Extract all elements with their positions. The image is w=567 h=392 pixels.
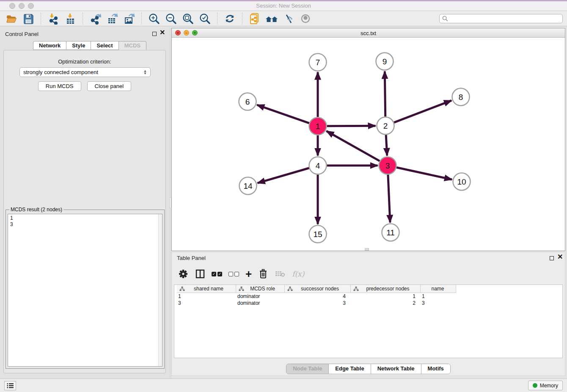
table-panel-float-button[interactable] <box>550 256 554 260</box>
gear-icon <box>178 268 189 279</box>
graph-node-9[interactable]: 9 <box>376 53 394 70</box>
result-scrollbar[interactable] <box>158 214 162 366</box>
criterion-select[interactable]: strongly connected component ▲▼ <box>19 67 151 77</box>
graph-node-14[interactable]: 14 <box>239 177 257 195</box>
table-panel-close-button[interactable]: ✕ <box>557 254 563 260</box>
graph-node-15[interactable]: 15 <box>309 226 327 243</box>
hide-graphics-details-button[interactable] <box>281 12 296 25</box>
select-all-columns-button[interactable]: ✓ ✓ <box>212 268 222 280</box>
control-panel-tabs: Network Style Select MCDS <box>33 41 146 50</box>
network-window-title: scc.txt <box>172 30 565 36</box>
show-graphics-details-button[interactable] <box>298 12 313 25</box>
memory-button[interactable]: Memory <box>528 381 563 390</box>
open-session-button[interactable] <box>4 12 19 25</box>
table-cell[interactable]: 3 <box>421 300 456 306</box>
table-cell[interactable]: 1 <box>421 293 456 300</box>
column-header-mcds-role[interactable]: MCDS role <box>236 285 285 293</box>
export-image-button[interactable] <box>122 12 136 25</box>
table-cell[interactable]: 1 <box>351 293 421 300</box>
export-network-button[interactable] <box>88 12 102 25</box>
table-row[interactable]: 1dominator411 <box>177 293 562 300</box>
zoom-selected-button[interactable] <box>198 12 212 25</box>
table-cell[interactable]: 2 <box>351 300 421 306</box>
column-header-name[interactable]: name <box>421 285 456 293</box>
new-network-file-button[interactable] <box>248 12 262 25</box>
table-cell[interactable]: 1 <box>177 293 236 300</box>
graph-node-6[interactable]: 6 <box>239 93 256 110</box>
import-table-button[interactable] <box>63 12 77 25</box>
graph-node-11[interactable]: 11 <box>382 224 399 241</box>
create-column-button[interactable]: + <box>245 268 252 280</box>
tab-edge-table[interactable]: Edge Table <box>328 364 370 374</box>
table-cell[interactable]: 4 <box>285 293 351 300</box>
refresh-button[interactable] <box>223 12 237 25</box>
column-header-predecessor-nodes[interactable]: predecessor nodes <box>351 285 421 293</box>
table-cell[interactable]: dominator <box>236 293 285 300</box>
graph-edge-1-6[interactable] <box>257 105 309 123</box>
search-input[interactable] <box>448 16 560 22</box>
table-cell[interactable]: 3 <box>285 300 351 306</box>
control-panel-title: Control Panel <box>5 31 39 37</box>
toolbar-separator <box>242 13 242 25</box>
graph-edge-2-8[interactable] <box>394 100 451 122</box>
control-panel-close-button[interactable]: ✕ <box>160 29 165 36</box>
table-cell[interactable]: 3 <box>177 300 236 306</box>
graph-edge-3-10[interactable] <box>396 168 452 179</box>
graph-node-7[interactable]: 7 <box>309 54 327 71</box>
import-network-button[interactable] <box>46 12 61 25</box>
checked-box-icon: ✓ <box>217 272 222 276</box>
graph-node-8[interactable]: 8 <box>452 88 470 106</box>
zoom-in-button[interactable] <box>147 12 161 25</box>
main-toolbar <box>0 11 567 26</box>
table-cell[interactable]: dominator <box>236 300 285 306</box>
fx-icon: f(x) <box>292 270 304 278</box>
export-table-button[interactable] <box>105 12 119 25</box>
result-line: 1 <box>10 215 160 221</box>
table-row[interactable]: 3dominator323 <box>177 300 562 306</box>
tab-node-table[interactable]: Node Table <box>286 364 328 374</box>
export-table-icon <box>106 13 118 25</box>
network-resize-handle[interactable] <box>365 248 369 251</box>
table-settings-button[interactable] <box>178 268 189 280</box>
graph-edge-2-9[interactable] <box>385 71 385 116</box>
graph-node-1[interactable]: 1 <box>309 118 327 135</box>
run-mcds-button[interactable]: Run MCDS <box>38 81 81 91</box>
column-header-successor-nodes[interactable]: successor nodes <box>285 285 351 293</box>
graph-node-3[interactable]: 3 <box>379 157 396 174</box>
tab-style[interactable]: Style <box>66 41 91 50</box>
close-panel-button[interactable]: Close panel <box>87 81 132 91</box>
table-toolbar: ✓ ✓ + <box>178 266 304 282</box>
open-folder-icon <box>6 13 17 25</box>
graph-node-10[interactable]: 10 <box>453 173 471 190</box>
control-panel-float-button[interactable] <box>152 32 157 36</box>
tab-network-table[interactable]: Network Table <box>371 364 421 374</box>
search-field[interactable] <box>439 14 563 23</box>
select-stepper-icon: ▲▼ <box>143 70 147 75</box>
toolbar-separator <box>141 13 142 25</box>
tab-select[interactable]: Select <box>91 41 118 50</box>
tab-network[interactable]: Network <box>33 41 66 50</box>
mcds-result-box[interactable]: 13 <box>8 214 162 367</box>
column-header-shared-name[interactable]: shared name <box>177 285 236 293</box>
delete-columns-button[interactable] <box>258 268 268 280</box>
graph-edge-2-3[interactable] <box>386 135 387 155</box>
graph-edge-3-1[interactable] <box>326 131 380 161</box>
memory-label: Memory <box>540 383 558 389</box>
function-builder-button-disabled: f(x) <box>292 268 304 280</box>
graph-node-2[interactable]: 2 <box>377 117 394 135</box>
tab-motifs[interactable]: Motifs <box>421 364 450 374</box>
optimization-criterion-label: Optimization criterion: <box>4 58 165 65</box>
home-button[interactable] <box>264 12 279 25</box>
tab-mcds[interactable]: MCDS <box>119 41 146 50</box>
graph-node-4[interactable]: 4 <box>309 157 327 174</box>
network-graph-canvas[interactable]: 7968124314101511 <box>172 38 565 251</box>
task-history-button[interactable] <box>4 381 16 390</box>
graph-edge-4-14[interactable] <box>258 168 309 183</box>
graph-edge-1-2[interactable] <box>327 126 375 126</box>
unselect-all-columns-button[interactable] <box>228 268 239 280</box>
zoom-fit-button[interactable] <box>181 12 195 25</box>
save-session-button[interactable] <box>21 12 36 25</box>
show-columns-button[interactable] <box>195 268 205 280</box>
zoom-out-button[interactable] <box>164 12 178 25</box>
graph-edge-3-11[interactable] <box>388 174 390 222</box>
